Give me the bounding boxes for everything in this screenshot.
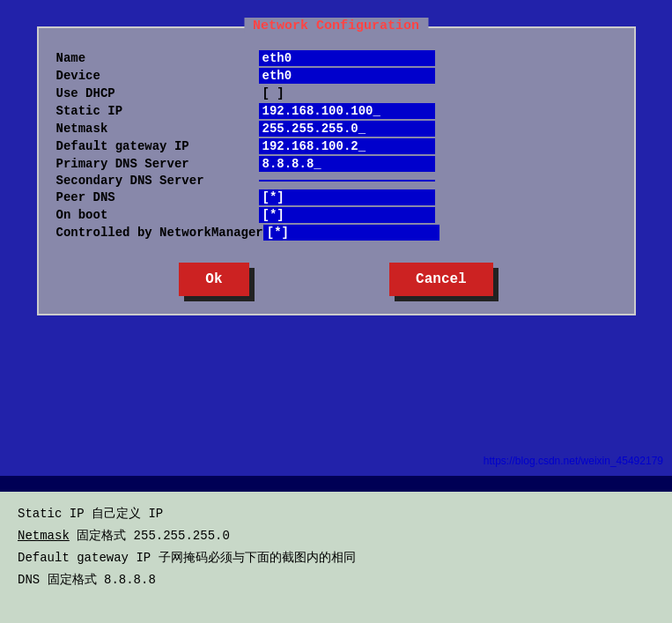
form-table: Nameeth0Deviceeth0Use DHCP[ ]Static IP19… <box>56 50 617 241</box>
terminal-area: Network Configuration Nameeth0Deviceeth0… <box>0 0 672 476</box>
watermark: https://blog.csdn.net/weixin_45492179 <box>484 455 663 467</box>
form-row: Use DHCP[ ] <box>56 85 617 101</box>
form-row: Primary DNS Server8.8.8.8_ <box>56 156 617 172</box>
form-row: Netmask255.255.255.0_ <box>56 121 617 137</box>
field-value: [*] <box>259 207 435 223</box>
field-value: [*] <box>263 225 439 241</box>
ok-button-wrapper: Ok <box>179 263 248 296</box>
field-label: Secondary DNS Server <box>56 174 259 188</box>
field-value: [*] <box>259 189 435 205</box>
field-value[interactable] <box>259 180 435 182</box>
dialog-title-bar: Network Configuration <box>244 18 428 33</box>
field-value[interactable]: 8.8.8.8_ <box>259 156 435 172</box>
caption-area: Static IP 自己定义 IPNetmask 固定格式 255.255.25… <box>0 492 672 602</box>
cancel-button-wrapper: Cancel <box>389 263 493 296</box>
terminal-bottom-bar <box>0 476 672 492</box>
form-row: On boot[*] <box>56 207 617 223</box>
field-label: On boot <box>56 208 259 222</box>
field-label: Device <box>56 69 259 83</box>
form-row: Peer DNS[*] <box>56 189 617 205</box>
form-row: Deviceeth0 <box>56 68 617 84</box>
cancel-button[interactable]: Cancel <box>389 263 493 296</box>
field-value: [ ] <box>259 85 435 101</box>
form-row: Controlled by NetworkManager[*] <box>56 225 617 241</box>
field-value[interactable]: 192.168.100.2_ <box>259 138 435 154</box>
form-row: Secondary DNS Server <box>56 174 617 188</box>
dialog-box: Network Configuration Nameeth0Deviceeth0… <box>37 26 636 315</box>
form-row: Nameeth0 <box>56 50 617 66</box>
field-label: Name <box>56 51 259 65</box>
field-label: Use DHCP <box>56 86 259 100</box>
field-label: Netmask <box>56 122 259 136</box>
field-label: Peer DNS <box>56 190 259 204</box>
caption-line: DNS 固定格式 8.8.8.8 <box>18 571 654 590</box>
field-label: Controlled by NetworkManager <box>56 226 263 240</box>
form-row: Static IP192.168.100.100_ <box>56 103 617 119</box>
field-label: Primary DNS Server <box>56 157 259 171</box>
field-label: Default gateway IP <box>56 139 259 153</box>
field-value[interactable]: eth0 <box>259 50 435 66</box>
buttons-row: Ok Cancel <box>56 263 617 296</box>
field-value[interactable]: eth0 <box>259 68 435 84</box>
field-label: Static IP <box>56 104 259 118</box>
field-value[interactable]: 255.255.255.0_ <box>259 121 435 137</box>
field-value[interactable]: 192.168.100.100_ <box>259 103 435 119</box>
caption-line: Static IP 自己定义 IP <box>18 505 654 523</box>
form-row: Default gateway IP192.168.100.2_ <box>56 138 617 154</box>
caption-line: Default gateway IP 子网掩码必须与下面的截图内的相同 <box>18 549 654 567</box>
ok-button[interactable]: Ok <box>179 263 248 296</box>
caption-line: Netmask 固定格式 255.255.255.0 <box>18 527 654 545</box>
dialog-title: Network Configuration <box>253 19 419 33</box>
